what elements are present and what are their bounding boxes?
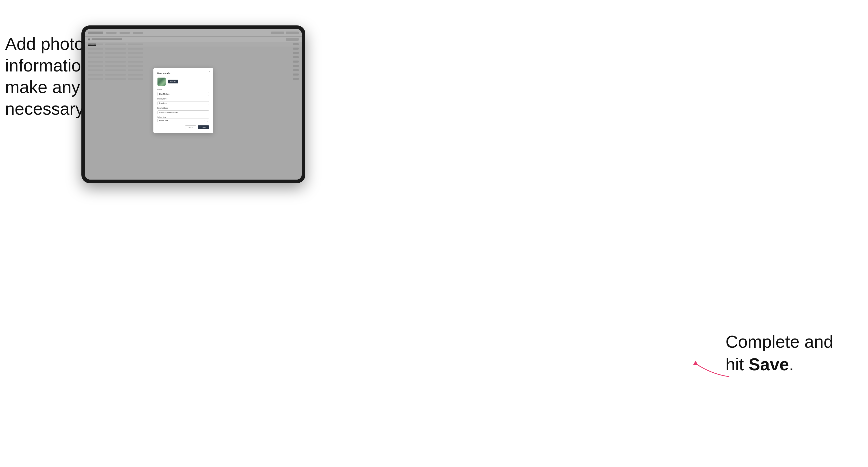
name-input[interactable] (157, 92, 209, 96)
school-year-input[interactable] (157, 119, 209, 122)
modal-footer: Cancel ⬆ Save (157, 125, 209, 129)
modal-title: User details (157, 72, 209, 74)
photo-section: Upload (157, 77, 209, 86)
school-year-clear-button[interactable]: × (204, 120, 205, 121)
modal-overlay: User details × Upload Name Disp (85, 29, 302, 180)
email-field-group: Email address (157, 107, 209, 114)
school-year-spinner[interactable]: ⌃⌄ (207, 119, 208, 122)
tablet-device: Users User details × (82, 25, 305, 183)
email-label: Email address (157, 107, 209, 109)
modal-close-button[interactable]: × (209, 70, 210, 73)
school-year-input-wrapper: × ⌃⌄ (157, 119, 209, 122)
user-details-modal: User details × Upload Name Disp (153, 68, 213, 133)
display-name-input[interactable] (157, 101, 209, 105)
name-label: Name (157, 89, 209, 91)
annotation-right: Complete and hit Save. (725, 331, 853, 375)
school-year-field-group: School Year × ⌃⌄ (157, 116, 209, 122)
school-year-label: School Year (157, 116, 209, 118)
tablet-screen: Users User details × (85, 29, 302, 180)
save-icon: ⬆ (200, 126, 202, 128)
save-button[interactable]: ⬆ Save (198, 125, 209, 129)
display-name-field-group: Display name (157, 98, 209, 105)
email-input[interactable] (157, 111, 209, 114)
photo-thumbnail (157, 77, 165, 86)
display-name-label: Display name (157, 98, 209, 100)
name-field-group: Name (157, 89, 209, 96)
photo-image (157, 77, 165, 86)
upload-photo-button[interactable]: Upload (168, 80, 178, 84)
cancel-button[interactable]: Cancel (185, 125, 196, 129)
